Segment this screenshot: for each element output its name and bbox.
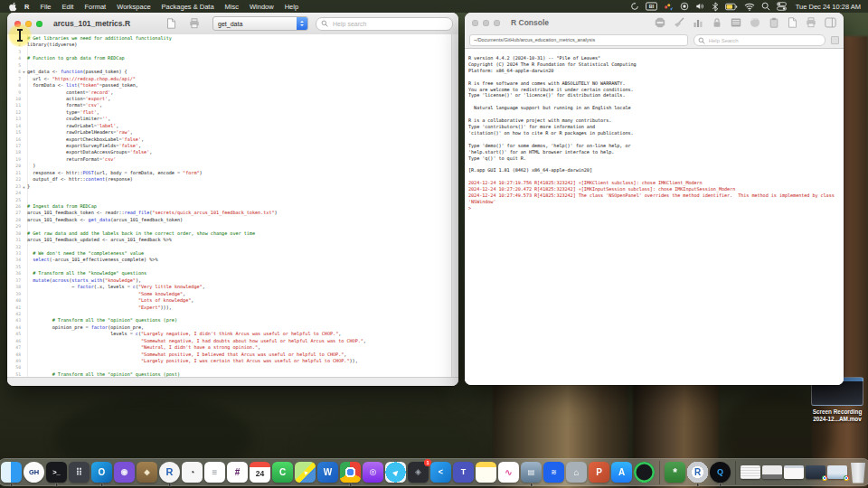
sidebar-button[interactable] [825,17,836,28]
dock-item-notes[interactable] [476,462,496,483]
dock-item-chrome[interactable] [340,462,361,483]
dock-item-green-tile[interactable]: * [665,462,685,483]
paste-button[interactable] [769,17,779,28]
lock-button[interactable] [712,17,722,28]
dots-icon[interactable] [664,2,674,11]
dock-item-quicktime[interactable]: Q [710,462,731,483]
dock-item-green-ring[interactable] [634,462,655,483]
editor-help-search-input[interactable] [331,20,448,28]
dock-item-slack[interactable]: # [227,462,248,483]
dock-item-calendar[interactable]: 24 [250,462,270,483]
dock-item-crest[interactable]: ◆ [137,462,157,483]
zoom-button[interactable] [36,21,42,27]
code-line: 2library(tidyverse) [7,42,452,48]
dock-item-reminders[interactable]: ≡ [204,462,225,483]
menu-item-workspace[interactable]: Workspace [111,3,156,11]
dock-item-outlook[interactable]: O [91,462,112,483]
dock-item-powerpoint[interactable]: P [589,462,609,483]
print-icon[interactable] [189,18,200,29]
list-button[interactable] [731,17,741,28]
dock-item-launchpad[interactable]: ⠿ [69,462,90,483]
document-icon[interactable] [166,18,176,29]
minimized-window-5[interactable] [827,465,847,479]
dock-item-preview[interactable]: ▤ [521,462,542,483]
menu-item-misc[interactable]: Misc [220,3,244,11]
console-titlebar[interactable]: R Console [465,13,844,33]
menu-item-format[interactable]: Format [79,3,111,11]
dock-item-maps[interactable]: ▲ [295,462,316,483]
swirl-icon[interactable] [630,2,639,11]
battery-icon[interactable] [725,3,738,11]
menu-item-file[interactable]: File [34,3,56,11]
dock-item-teams[interactable]: T [453,462,474,483]
menu-item-help[interactable]: Help [279,3,304,11]
console-help-search-input[interactable] [707,37,821,44]
stop-button[interactable] [655,17,665,28]
dock-item-github-desktop[interactable]: ◉ [114,462,135,483]
code-line: 19 returnFormat='csv' [7,156,452,163]
trash-icon[interactable] [849,462,867,483]
minimized-window-4[interactable] [806,465,826,479]
dock-item-terminal[interactable]: >_ [46,462,67,483]
dock-item-notify-dark[interactable]: ◈1 [408,462,429,483]
input-icon[interactable]: BI [646,2,657,11]
dock-item-timer[interactable]: ◔ [182,462,203,483]
apple-icon[interactable] [9,2,17,12]
close-button[interactable] [472,20,478,26]
editor-titlebar[interactable]: arcus_101_metrics.R get_data [7,13,458,35]
menu-item-edit[interactable]: Edit [57,3,80,11]
console-output[interactable]: R version 4.4.2 (2024-10-31) -- "Pile of… [465,49,844,385]
working-directory-field[interactable]: ~/Documents/GitHub/arcus_education_metri… [469,34,688,46]
bluetooth-icon[interactable] [712,2,719,12]
editor-scrollbar[interactable] [451,34,458,378]
running-indicator [696,483,699,486]
dock-item-r-logo[interactable]: R [687,462,708,483]
dock-item-home[interactable]: ⌂ [566,462,587,483]
console-line [468,74,844,80]
wifi-icon[interactable] [744,3,755,11]
dock-item-docker[interactable]: ≋ [543,462,564,483]
menu-item-packages-data[interactable]: Packages & Data [156,3,220,11]
running-indicator [55,483,58,486]
function-popup[interactable]: get_data [212,16,308,31]
code-line: 35 [7,264,452,270]
dock-item-podcasts[interactable]: ◎ [363,462,383,483]
dock-item-finder[interactable] [1,462,22,483]
console-line: 'citation()' on how to cite R or R packa… [468,130,844,136]
print-button[interactable] [806,17,816,28]
dock-item-gh-circle[interactable]: GH [24,462,44,483]
menu-clock[interactable]: Tue Dec 24 10:28 AM [796,3,861,11]
code-editor[interactable]: 1# Get libraries we need for additional … [7,34,458,378]
zoom-button[interactable] [494,20,500,26]
vscode-glyph: < [439,468,443,476]
code-line: 11 format='csv', [7,102,452,108]
dock-item-appstore[interactable]: A [611,462,632,483]
minimized-window-3[interactable] [784,465,804,479]
dock-item-safari[interactable]: ▶ [385,462,406,483]
dock-item-green-c[interactable]: C [272,462,293,483]
broom-button[interactable] [674,17,684,28]
editor-help-search[interactable] [316,17,453,31]
dock-item-r-gui[interactable]: R [159,462,180,483]
crest-glyph: ◆ [144,469,149,476]
search-icon[interactable] [761,2,770,11]
chart-button[interactable] [693,17,703,28]
volume-icon[interactable] [695,2,705,11]
dock-item-vscode[interactable]: < [430,462,451,483]
menu-left: R FileEditFormatWorkspacePackages & Data… [0,2,304,12]
code-line: 18 exportDataAccessGroups='false', [7,149,452,155]
dock-item-wave[interactable]: ∿ [498,462,519,483]
minimized-window-2[interactable] [762,465,782,479]
menu-item-window[interactable]: Window [244,3,279,11]
menu-app-name[interactable]: R [24,3,29,11]
code-line: 5 [7,62,452,69]
dock-item-word[interactable]: W [317,462,338,483]
console-help-search[interactable] [693,34,826,46]
minimize-button[interactable] [483,20,489,26]
control-center-icon[interactable] [777,2,787,11]
doc-button[interactable] [788,17,797,28]
minimized-window-1[interactable] [741,465,760,479]
record-icon[interactable] [680,2,689,11]
globe-button[interactable] [750,17,760,28]
toolbar-overflow-button[interactable] [831,36,839,44]
